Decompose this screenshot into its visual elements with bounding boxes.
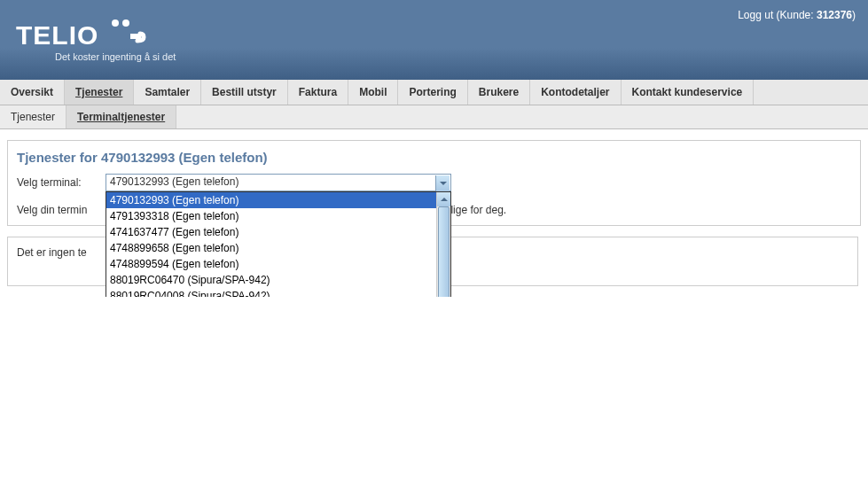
dropdown-option[interactable]: 4790132993 (Egen telefon) xyxy=(106,192,450,208)
nav-main-item[interactable]: Bestill utstyr xyxy=(201,80,288,105)
dropdown-option[interactable]: 88019RC06470 (Sipura/SPA-942) xyxy=(106,272,450,288)
customer-label: Kunde: xyxy=(780,9,814,21)
content-area: Tjenester for 4790132993 (Egen telefon) … xyxy=(0,129,868,297)
logout-label: Logg ut xyxy=(738,9,773,21)
nav-main-item[interactable]: Kontodetaljer xyxy=(530,80,621,105)
nav-main-item[interactable]: Brukere xyxy=(468,80,530,105)
panel-terminal-services: Tjenester for 4790132993 (Egen telefon) … xyxy=(7,140,861,226)
panel-title: Tjenester for 4790132993 (Egen telefon) xyxy=(8,141,860,170)
terminal-select-wrap: 4790132993 (Egen telefon) 4790132993 (Eg… xyxy=(106,174,451,191)
logo-text: TELIO xyxy=(16,16,176,53)
tagline: Det koster ingenting å si det xyxy=(55,51,176,62)
nav-main: OversiktTjenesterSamtalerBestill utstyrF… xyxy=(0,80,868,105)
nav-main-item[interactable]: Portering xyxy=(398,80,467,105)
dropdown-option[interactable]: 88019RC04008 (Sipura/SPA-942) xyxy=(106,288,450,297)
select-label: Velg terminal: xyxy=(17,176,106,189)
hint-before: Velg din termin xyxy=(17,204,87,216)
nav-main-item[interactable]: Oversikt xyxy=(0,80,65,105)
dropdown-option[interactable]: 4748899658 (Egen telefon) xyxy=(106,240,450,256)
customer-id: 312376 xyxy=(817,9,852,21)
chevron-down-icon[interactable] xyxy=(435,175,450,191)
nav-main-item[interactable]: Samtaler xyxy=(134,80,201,105)
nav-sub-item[interactable]: Terminaltjenester xyxy=(66,105,176,128)
dropdown-option[interactable]: 4748899594 (Egen telefon) xyxy=(106,256,450,272)
svg-rect-3 xyxy=(130,34,141,39)
dropdown-option[interactable]: 4741637477 (Egen telefon) xyxy=(106,224,450,240)
selected-value: 4790132993 (Egen telefon) xyxy=(110,175,239,188)
svg-point-2 xyxy=(122,19,129,27)
svg-point-1 xyxy=(112,19,119,27)
nav-main-item[interactable]: Faktura xyxy=(288,80,348,105)
no-services-text: Det er ingen te xyxy=(17,246,87,259)
terminal-select[interactable]: 4790132993 (Egen telefon) xyxy=(106,174,451,191)
nav-main-item[interactable]: Mobil xyxy=(348,80,398,105)
nav-main-item[interactable]: Kontakt kundeservice xyxy=(622,80,755,105)
dropdown-option[interactable]: 4791393318 (Egen telefon) xyxy=(106,208,450,224)
scroll-thumb[interactable] xyxy=(438,206,450,297)
nav-sub: TjenesterTerminaltjenester xyxy=(0,105,868,129)
logo: TELIO Det koster ingenting å si det xyxy=(16,16,176,62)
telio-logo-svg: TELIO xyxy=(16,16,158,53)
terminal-dropdown: 4790132993 (Egen telefon)4791393318 (Ege… xyxy=(106,191,451,297)
terminal-select-row: Velg terminal: 4790132993 (Egen telefon)… xyxy=(8,170,860,198)
nav-sub-item[interactable]: Tjenester xyxy=(0,105,66,128)
scrollbar[interactable] xyxy=(436,192,450,297)
svg-text:TELIO: TELIO xyxy=(16,20,98,50)
logout-link[interactable]: Logg ut (Kunde: 312376) xyxy=(738,9,856,21)
scroll-up-icon[interactable] xyxy=(437,192,450,206)
nav-main-item[interactable]: Tjenester xyxy=(65,80,134,105)
header: TELIO Det koster ingenting å si det Logg… xyxy=(0,0,868,80)
